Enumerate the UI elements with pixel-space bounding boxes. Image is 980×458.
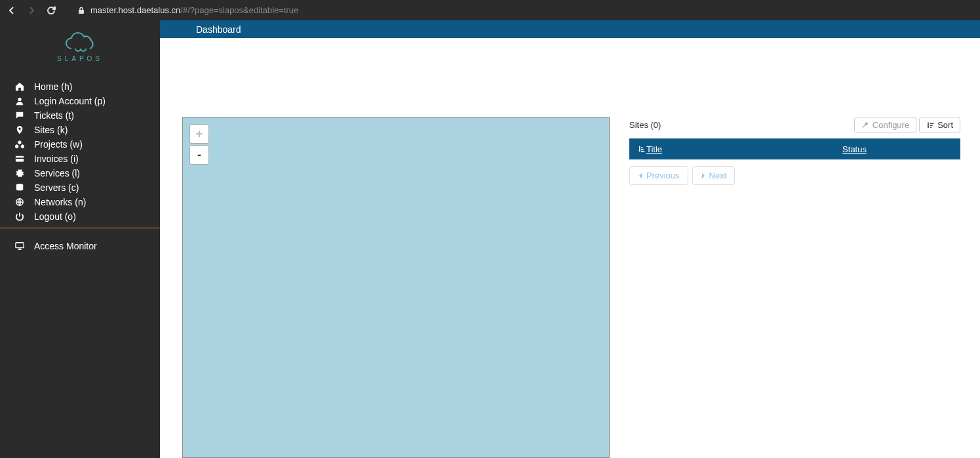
sidebar-item-label: Invoices (i) — [34, 154, 79, 164]
caret-right-icon — [701, 173, 706, 179]
power-icon — [13, 212, 26, 221]
map[interactable]: + - — [182, 117, 610, 458]
page-title: Dashboard — [196, 24, 241, 35]
globe-icon — [13, 198, 26, 207]
monitor-icon — [13, 241, 26, 251]
sidebar-item-invoices[interactable]: Invoices (i) — [0, 152, 160, 166]
sidebar-item-logout[interactable]: Logout (o) — [0, 209, 160, 224]
previous-button[interactable]: Previous — [629, 166, 688, 185]
sidebar-item-label: Servers (c) — [34, 182, 79, 193]
configure-button[interactable]: Configure — [854, 117, 916, 133]
content: + - Sites (0) Configure Sort — [160, 38, 980, 458]
sidebar-item-label: Projects (w) — [34, 139, 83, 150]
logo[interactable]: SLAPOS — [0, 20, 160, 73]
main-area: Dashboard + - Sites (0) Configure — [160, 20, 980, 458]
sidebar: SLAPOS Home (h) Login Account (p) Ticket… — [0, 20, 160, 458]
table-header: Title Status — [629, 138, 960, 159]
sidebar-item-label: Services (l) — [34, 168, 80, 178]
chat-icon — [13, 111, 26, 120]
column-status[interactable]: Status — [834, 144, 960, 154]
sidebar-item-label: Networks (n) — [34, 197, 86, 207]
sidebar-item-label: Access Monitor — [34, 241, 97, 251]
sort-icon — [926, 121, 934, 129]
sidebar-item-label: Tickets (t) — [34, 110, 74, 121]
sidebar-item-networks[interactable]: Networks (n) — [0, 195, 160, 209]
sort-button[interactable]: Sort — [919, 117, 960, 133]
sidebar-item-label: Sites (k) — [34, 125, 68, 135]
sidebar-item-projects[interactable]: Projects (w) — [0, 137, 160, 152]
sites-title: Sites (0) — [629, 120, 661, 130]
sidebar-item-login[interactable]: Login Account (p) — [0, 94, 160, 108]
next-button[interactable]: Next — [692, 166, 735, 185]
sidebar-item-tickets[interactable]: Tickets (t) — [0, 108, 160, 123]
browser-url-bar[interactable]: master.host.daetalus.cn/#/?page=slapos&e… — [64, 5, 975, 15]
browser-back-button[interactable] — [5, 4, 18, 17]
nav-divider — [0, 228, 160, 228]
header-bar: Dashboard — [160, 20, 980, 38]
svg-rect-0 — [79, 10, 84, 14]
sidebar-item-label: Home (h) — [34, 81, 72, 92]
sidebar-item-monitor[interactable]: Access Monitor — [0, 239, 160, 253]
browser-reload-button[interactable] — [45, 4, 58, 17]
gear-icon — [13, 169, 26, 178]
sidebar-item-label: Login Account (p) — [34, 96, 106, 106]
sidebar-item-home[interactable]: Home (h) — [0, 79, 160, 94]
sidebar-item-services[interactable]: Services (l) — [0, 166, 160, 180]
sidebar-item-servers[interactable]: Servers (c) — [0, 180, 160, 195]
marker-icon — [13, 125, 26, 135]
caret-left-icon — [638, 173, 643, 179]
sites-panel: Sites (0) Configure Sort — [629, 117, 960, 458]
home-icon — [13, 82, 26, 91]
map-controls: + - — [189, 124, 209, 166]
cubes-icon — [13, 140, 26, 149]
database-icon — [13, 183, 26, 192]
svg-rect-3 — [16, 157, 24, 159]
browser-forward-button[interactable] — [25, 4, 38, 17]
sidebar-item-sites[interactable]: Sites (k) — [0, 123, 160, 137]
svg-point-1 — [18, 98, 21, 101]
user-icon — [13, 96, 26, 106]
browser-toolbar: master.host.daetalus.cn/#/?page=slapos&e… — [0, 0, 980, 20]
pagination: Previous Next — [629, 166, 960, 185]
sort-asc-icon — [637, 145, 645, 153]
card-icon — [13, 154, 26, 163]
wrench-icon — [861, 121, 869, 129]
nav-list-secondary: Access Monitor — [0, 232, 160, 253]
sidebar-item-label: Logout (o) — [34, 211, 76, 222]
map-zoom-in-button[interactable]: + — [189, 124, 209, 144]
sites-header: Sites (0) Configure Sort — [629, 117, 960, 133]
svg-rect-6 — [16, 243, 24, 248]
map-zoom-out-button[interactable]: - — [189, 145, 209, 165]
logo-text: SLAPOS — [57, 55, 103, 62]
url-text: master.host.daetalus.cn/#/?page=slapos&e… — [90, 5, 298, 15]
nav-list: Home (h) Login Account (p) Tickets (t) S… — [0, 73, 160, 224]
lock-icon — [77, 7, 85, 14]
column-title[interactable]: Title — [629, 144, 834, 154]
slapos-cloud-icon — [62, 31, 98, 52]
